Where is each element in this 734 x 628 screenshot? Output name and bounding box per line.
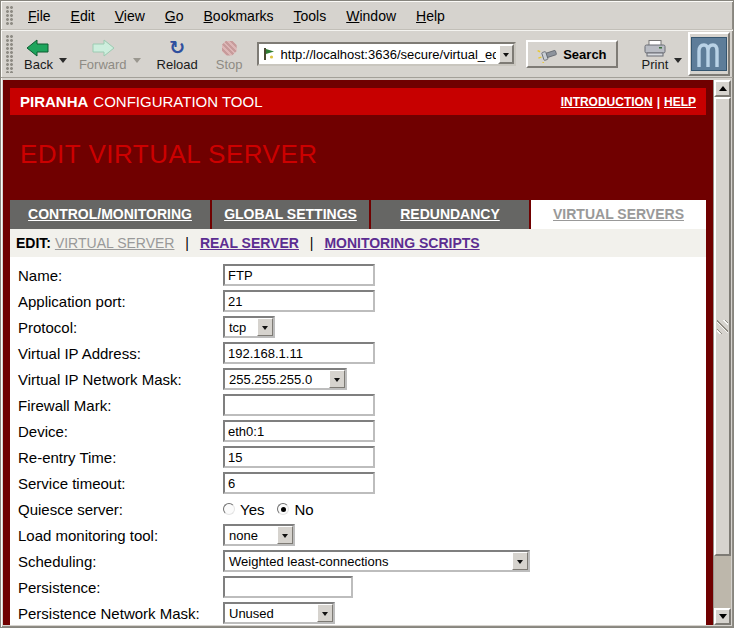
name-input[interactable] <box>223 264 375 286</box>
scrollbar-track[interactable] <box>714 556 731 608</box>
back-label: Back <box>24 57 53 72</box>
stop-icon <box>222 38 237 57</box>
edit-subnav: EDIT: VIRTUAL SERVER | REAL SERVER | MON… <box>10 229 706 257</box>
menu-item-tools[interactable]: Tools <box>284 5 337 27</box>
forward-label: Forward <box>79 57 127 72</box>
form-row-protocol: Protocol: tcp <box>18 314 706 340</box>
stop-button[interactable]: Stop <box>210 36 249 73</box>
subnav-monitoring-scripts-link[interactable]: MONITORING SCRIPTS <box>324 235 479 251</box>
quiesce-no-label: No <box>294 501 313 518</box>
toolbar-grip-handle[interactable] <box>6 35 14 73</box>
virtual-ip-mask-select[interactable]: 255.255.255.0 <box>223 368 347 390</box>
navigation-toolbar: Back Forward ↻ Reload Stop <box>1 30 733 78</box>
arrow-up-icon <box>719 82 727 91</box>
menu-item-window[interactable]: Window <box>336 5 406 27</box>
chevron-down-icon <box>257 318 273 336</box>
back-icon <box>26 38 50 57</box>
persistence-network-mask-select-value: Unused <box>225 606 317 621</box>
print-icon <box>643 38 667 57</box>
persistence-label: Persistence: <box>18 579 223 596</box>
back-history-dropdown-icon[interactable] <box>59 58 67 67</box>
scrollbar-up-button[interactable] <box>714 80 731 97</box>
scrollbar-thumb[interactable] <box>714 97 731 556</box>
virtual-server-form: Name: Application port: Protocol: tcp Vi… <box>10 257 706 625</box>
subnav-separator: | <box>185 235 189 251</box>
load-monitoring-tool-label: Load monitoring tool: <box>18 527 223 544</box>
mozilla-logo-icon <box>691 37 727 71</box>
link-separator: | <box>657 95 660 109</box>
help-link[interactable]: HELP <box>664 95 696 109</box>
toolbar-grip-handle[interactable] <box>6 6 14 26</box>
menu-item-go[interactable]: Go <box>155 5 194 27</box>
subnav-prefix: EDIT: <box>16 235 51 251</box>
virtual-ip-input[interactable] <box>223 342 375 364</box>
page-content: PIRANHACONFIGURATION TOOL INTRODUCTION|H… <box>3 80 713 625</box>
virtual-ip-mask-select-value: 255.255.255.0 <box>225 372 329 387</box>
tab-redundancy[interactable]: REDUNDANCY <box>371 200 529 229</box>
back-button[interactable]: Back <box>18 36 59 73</box>
quiesce-yes-radio[interactable] <box>223 503 235 515</box>
search-icon <box>537 46 558 63</box>
menu-item-edit[interactable]: Edit <box>61 5 105 27</box>
menu-item-bookmarks[interactable]: Bookmarks <box>194 5 284 27</box>
protocol-label: Protocol: <box>18 319 223 336</box>
form-row-service-timeout: Service timeout: <box>18 470 706 496</box>
mozilla-logo-button[interactable] <box>688 32 730 76</box>
search-button[interactable]: Search <box>526 40 617 68</box>
menu-item-view[interactable]: View <box>105 5 155 27</box>
form-row-name: Name: <box>18 262 706 288</box>
form-row-reentry-time: Re-entry Time: <box>18 444 706 470</box>
form-row-firewall-mark: Firewall Mark: <box>18 392 706 418</box>
tab-control-monitoring[interactable]: CONTROL/MONITORING <box>10 200 210 229</box>
app-title: PIRANHACONFIGURATION TOOL <box>20 93 263 110</box>
form-row-scheduling: Scheduling: Weighted least-connections <box>18 548 706 574</box>
quiesce-no-radio[interactable] <box>277 503 289 515</box>
menu-item-file[interactable]: File <box>18 5 61 27</box>
introduction-link[interactable]: INTRODUCTION <box>561 95 653 109</box>
scrollbar-down-button[interactable] <box>714 608 731 625</box>
tab-virtual-servers[interactable]: VIRTUAL SERVERS <box>531 200 706 229</box>
application-port-label: Application port: <box>18 293 223 310</box>
url-dropdown-icon[interactable] <box>498 44 514 64</box>
app-banner: PIRANHACONFIGURATION TOOL INTRODUCTION|H… <box>10 88 706 115</box>
menu-item-help[interactable]: Help <box>406 5 455 27</box>
chevron-down-icon <box>512 552 528 570</box>
reentry-time-input[interactable] <box>223 446 375 468</box>
tab-global-settings[interactable]: GLOBAL SETTINGS <box>212 200 369 229</box>
forward-button[interactable]: Forward <box>73 36 133 73</box>
protocol-select-value: tcp <box>225 320 257 335</box>
load-monitoring-tool-select[interactable]: none <box>223 524 295 546</box>
chevron-down-icon <box>317 604 333 622</box>
device-label: Device: <box>18 423 223 440</box>
tab-bar: CONTROL/MONITORING GLOBAL SETTINGS REDUN… <box>10 200 706 229</box>
form-row-application-port: Application port: <box>18 288 706 314</box>
scheduling-select[interactable]: Weighted least-connections <box>223 550 530 572</box>
protocol-select[interactable]: tcp <box>223 316 275 338</box>
device-input[interactable] <box>223 420 375 442</box>
bookmark-icon[interactable] <box>262 47 276 61</box>
service-timeout-input[interactable] <box>223 472 375 494</box>
url-input[interactable] <box>279 47 499 62</box>
persistence-network-mask-select[interactable]: Unused <box>223 602 335 624</box>
browser-window: File Edit View Go Bookmarks Tools Window… <box>0 0 734 628</box>
forward-history-dropdown-icon[interactable] <box>133 58 141 67</box>
chevron-down-icon <box>329 370 345 388</box>
page-title: EDIT VIRTUAL SERVER <box>20 139 706 169</box>
form-row-virtual-ip-mask: Virtual IP Network Mask: 255.255.255.0 <box>18 366 706 392</box>
service-timeout-label: Service timeout: <box>18 475 223 492</box>
application-port-input[interactable] <box>223 290 375 312</box>
subnav-separator: | <box>310 235 314 251</box>
print-dropdown-icon[interactable] <box>674 58 682 67</box>
persistence-input[interactable] <box>223 576 353 598</box>
print-button[interactable]: Print <box>636 36 675 73</box>
firewall-mark-input[interactable] <box>223 394 375 416</box>
menu-bar: File Edit View Go Bookmarks Tools Window… <box>1 3 733 30</box>
brand-suffix: CONFIGURATION TOOL <box>93 93 262 110</box>
load-monitoring-tool-select-value: none <box>225 528 277 543</box>
form-row-device: Device: <box>18 418 706 444</box>
reload-button[interactable]: ↻ Reload <box>151 36 204 73</box>
form-row-virtual-ip: Virtual IP Address: <box>18 340 706 366</box>
subnav-real-server-link[interactable]: REAL SERVER <box>200 235 299 251</box>
reentry-time-label: Re-entry Time: <box>18 449 223 466</box>
search-label: Search <box>563 47 606 62</box>
